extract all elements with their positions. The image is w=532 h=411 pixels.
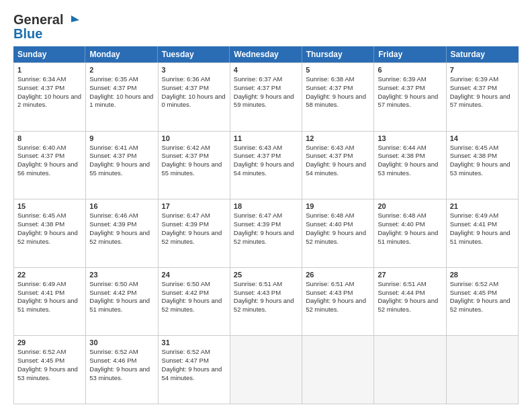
day-number: 19 xyxy=(306,202,370,210)
calendar-cell xyxy=(447,336,519,404)
calendar-cell: 9 Sunrise: 6:41 AMSunset: 4:37 PMDayligh… xyxy=(86,132,158,200)
day-number: 7 xyxy=(450,66,515,74)
day-number: 30 xyxy=(89,338,154,347)
calendar-row: 8 Sunrise: 6:40 AMSunset: 4:37 PMDayligh… xyxy=(14,132,519,200)
day-number: 29 xyxy=(17,338,82,347)
calendar-cell: 7 Sunrise: 6:39 AMSunset: 4:37 PMDayligh… xyxy=(447,63,519,132)
weekday-header: Tuesday xyxy=(158,46,230,62)
calendar-cell: 17 Sunrise: 6:47 AMSunset: 4:39 PMDaylig… xyxy=(159,199,230,268)
day-info: Sunrise: 6:39 AMSunset: 4:37 PMDaylight:… xyxy=(378,75,442,109)
calendar-row: 15 Sunrise: 6:45 AMSunset: 4:38 PMDaylig… xyxy=(14,199,519,268)
calendar-cell: 23 Sunrise: 6:50 AMSunset: 4:42 PMDaylig… xyxy=(86,268,158,336)
day-info: Sunrise: 6:44 AMSunset: 4:38 PMDaylight:… xyxy=(378,144,442,178)
calendar-row: 1 Sunrise: 6:34 AMSunset: 4:37 PMDayligh… xyxy=(14,63,519,132)
calendar-cell xyxy=(230,336,302,404)
day-info: Sunrise: 6:38 AMSunset: 4:37 PMDaylight:… xyxy=(306,75,370,109)
day-number: 24 xyxy=(162,271,226,279)
day-info: Sunrise: 6:42 AMSunset: 4:37 PMDaylight:… xyxy=(162,144,226,178)
calendar-cell: 5 Sunrise: 6:38 AMSunset: 4:37 PMDayligh… xyxy=(302,63,374,132)
calendar-cell: 27 Sunrise: 6:51 AMSunset: 4:44 PMDaylig… xyxy=(374,268,446,336)
day-number: 10 xyxy=(162,134,226,142)
calendar: SundayMondayTuesdayWednesdayThursdayFrid… xyxy=(13,46,519,404)
calendar-cell: 19 Sunrise: 6:48 AMSunset: 4:40 PMDaylig… xyxy=(302,199,374,268)
day-info: Sunrise: 6:49 AMSunset: 4:41 PMDaylight:… xyxy=(450,212,515,246)
day-number: 13 xyxy=(378,134,442,142)
logo-general-text: General xyxy=(13,12,63,28)
day-number: 21 xyxy=(450,202,515,210)
calendar-cell: 11 Sunrise: 6:43 AMSunset: 4:37 PMDaylig… xyxy=(230,132,302,200)
day-number: 23 xyxy=(89,271,154,279)
day-info: Sunrise: 6:43 AMSunset: 4:37 PMDaylight:… xyxy=(234,144,298,178)
calendar-row: 22 Sunrise: 6:49 AMSunset: 4:41 PMDaylig… xyxy=(14,268,519,336)
day-info: Sunrise: 6:47 AMSunset: 4:39 PMDaylight:… xyxy=(234,212,298,246)
day-number: 2 xyxy=(89,66,154,74)
day-info: Sunrise: 6:49 AMSunset: 4:41 PMDaylight:… xyxy=(17,280,82,314)
calendar-cell: 16 Sunrise: 6:46 AMSunset: 4:39 PMDaylig… xyxy=(86,199,158,268)
day-number: 22 xyxy=(17,271,82,279)
day-info: Sunrise: 6:48 AMSunset: 4:40 PMDaylight:… xyxy=(378,212,442,246)
calendar-cell: 24 Sunrise: 6:50 AMSunset: 4:42 PMDaylig… xyxy=(159,268,230,336)
day-info: Sunrise: 6:35 AMSunset: 4:37 PMDaylight:… xyxy=(89,75,154,109)
day-info: Sunrise: 6:52 AMSunset: 4:45 PMDaylight:… xyxy=(450,280,515,314)
day-info: Sunrise: 6:41 AMSunset: 4:37 PMDaylight:… xyxy=(89,144,154,178)
day-number: 25 xyxy=(234,271,298,279)
day-number: 15 xyxy=(17,202,82,210)
calendar-cell: 21 Sunrise: 6:49 AMSunset: 4:41 PMDaylig… xyxy=(447,199,519,268)
day-number: 27 xyxy=(378,271,442,279)
day-number: 1 xyxy=(17,66,82,74)
day-info: Sunrise: 6:50 AMSunset: 4:42 PMDaylight:… xyxy=(162,280,226,314)
calendar-cell: 20 Sunrise: 6:48 AMSunset: 4:40 PMDaylig… xyxy=(374,199,446,268)
calendar-body: 1 Sunrise: 6:34 AMSunset: 4:37 PMDayligh… xyxy=(13,62,519,404)
calendar-cell: 12 Sunrise: 6:43 AMSunset: 4:37 PMDaylig… xyxy=(302,132,374,200)
day-info: Sunrise: 6:40 AMSunset: 4:37 PMDaylight:… xyxy=(17,144,82,178)
weekday-header: Friday xyxy=(374,46,446,62)
day-info: Sunrise: 6:36 AMSunset: 4:37 PMDaylight:… xyxy=(162,75,226,109)
day-number: 20 xyxy=(378,202,442,210)
calendar-cell: 3 Sunrise: 6:36 AMSunset: 4:37 PMDayligh… xyxy=(159,63,230,132)
calendar-cell: 14 Sunrise: 6:45 AMSunset: 4:38 PMDaylig… xyxy=(447,132,519,200)
calendar-cell: 15 Sunrise: 6:45 AMSunset: 4:38 PMDaylig… xyxy=(14,199,86,268)
day-info: Sunrise: 6:37 AMSunset: 4:37 PMDaylight:… xyxy=(234,75,298,109)
day-number: 18 xyxy=(234,202,298,210)
day-info: Sunrise: 6:45 AMSunset: 4:38 PMDaylight:… xyxy=(17,212,82,246)
calendar-cell: 30 Sunrise: 6:52 AMSunset: 4:46 PMDaylig… xyxy=(86,336,158,404)
day-info: Sunrise: 6:52 AMSunset: 4:46 PMDaylight:… xyxy=(89,348,154,382)
calendar-cell: 1 Sunrise: 6:34 AMSunset: 4:37 PMDayligh… xyxy=(14,63,86,132)
weekday-header: Thursday xyxy=(302,46,374,62)
day-info: Sunrise: 6:52 AMSunset: 4:45 PMDaylight:… xyxy=(17,348,82,382)
logo-bird-icon xyxy=(64,13,79,28)
day-number: 6 xyxy=(378,66,442,74)
calendar-cell xyxy=(302,336,374,404)
calendar-cell: 25 Sunrise: 6:51 AMSunset: 4:43 PMDaylig… xyxy=(230,268,302,336)
calendar-cell xyxy=(374,336,446,404)
day-info: Sunrise: 6:52 AMSunset: 4:47 PMDaylight:… xyxy=(162,348,226,382)
weekday-header: Sunday xyxy=(13,46,85,62)
day-number: 26 xyxy=(306,271,370,279)
calendar-cell: 31 Sunrise: 6:52 AMSunset: 4:47 PMDaylig… xyxy=(159,336,230,404)
calendar-cell: 10 Sunrise: 6:42 AMSunset: 4:37 PMDaylig… xyxy=(159,132,230,200)
day-info: Sunrise: 6:51 AMSunset: 4:43 PMDaylight:… xyxy=(306,280,370,314)
day-number: 16 xyxy=(89,202,154,210)
day-info: Sunrise: 6:43 AMSunset: 4:37 PMDaylight:… xyxy=(306,144,370,178)
logo-blue-text: Blue xyxy=(13,28,42,40)
weekday-header: Saturday xyxy=(447,46,519,62)
calendar-cell: 22 Sunrise: 6:49 AMSunset: 4:41 PMDaylig… xyxy=(14,268,86,336)
day-info: Sunrise: 6:46 AMSunset: 4:39 PMDaylight:… xyxy=(89,212,154,246)
day-info: Sunrise: 6:48 AMSunset: 4:40 PMDaylight:… xyxy=(306,212,370,246)
day-number: 8 xyxy=(17,134,82,142)
logo: General Blue xyxy=(13,12,79,40)
day-number: 31 xyxy=(162,338,226,347)
day-info: Sunrise: 6:34 AMSunset: 4:37 PMDaylight:… xyxy=(17,75,82,109)
calendar-cell: 29 Sunrise: 6:52 AMSunset: 4:45 PMDaylig… xyxy=(14,336,86,404)
day-info: Sunrise: 6:51 AMSunset: 4:43 PMDaylight:… xyxy=(234,280,298,314)
calendar-cell: 26 Sunrise: 6:51 AMSunset: 4:43 PMDaylig… xyxy=(302,268,374,336)
day-number: 3 xyxy=(162,66,226,74)
calendar-cell: 6 Sunrise: 6:39 AMSunset: 4:37 PMDayligh… xyxy=(374,63,446,132)
calendar-row: 29 Sunrise: 6:52 AMSunset: 4:45 PMDaylig… xyxy=(14,336,519,404)
calendar-cell: 13 Sunrise: 6:44 AMSunset: 4:38 PMDaylig… xyxy=(374,132,446,200)
day-number: 11 xyxy=(234,134,298,142)
header: General Blue xyxy=(13,12,519,40)
day-number: 28 xyxy=(450,271,515,279)
day-info: Sunrise: 6:51 AMSunset: 4:44 PMDaylight:… xyxy=(378,280,442,314)
weekday-header: Monday xyxy=(85,46,157,62)
